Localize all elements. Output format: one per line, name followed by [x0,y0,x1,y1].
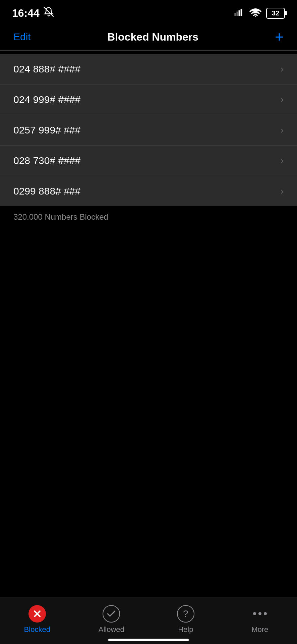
status-right-icons: 32 [234,8,285,19]
chevron-right-icon: › [281,155,284,166]
dot-3 [264,612,267,615]
tab-blocked-label: Blocked [24,625,50,634]
blocked-tab-icon [28,605,46,623]
tab-allowed[interactable]: Allowed [74,597,149,636]
wifi-icon [249,8,261,18]
tab-more-label: More [251,625,268,634]
tab-blocked[interactable]: Blocked [0,597,74,636]
allowed-tab-icon [103,605,120,623]
chevron-right-icon: › [281,186,284,197]
tab-allowed-label: Allowed [99,625,124,634]
svg-rect-2 [236,12,238,16]
dot-1 [253,612,256,615]
phone-number: 028 730# #### [13,155,80,166]
help-tab-icon: ? [177,605,194,623]
signal-icon [234,9,245,17]
battery-indicator: 32 [266,8,285,19]
more-tab-icon [251,605,269,623]
svg-point-5 [255,16,256,17]
help-circle-icon: ? [177,605,194,623]
svg-rect-3 [239,10,240,16]
phone-number: 024 999# #### [13,94,80,105]
svg-rect-1 [234,13,236,16]
status-time-group: 16:44 [12,7,54,19]
page-title: Blocked Numbers [107,31,198,43]
blocked-numbers-list: 024 888# #### › 024 999# #### › 0257 999… [0,54,297,206]
svg-line-0 [44,7,53,16]
phone-number: 0257 999# ### [13,124,80,136]
list-item[interactable]: 028 730# #### › [0,146,297,176]
list-item[interactable]: 0257 999# ### › [0,115,297,146]
chevron-right-icon: › [281,125,284,136]
chevron-right-icon: › [281,94,284,105]
status-bar: 16:44 32 [0,0,297,23]
tab-help-label: Help [178,625,193,634]
list-item[interactable]: 024 888# #### › [0,54,297,85]
nav-bar: Edit Blocked Numbers + [0,23,297,50]
add-button[interactable]: + [275,30,284,44]
tab-more[interactable]: More [223,597,297,636]
more-dots-icon [253,612,267,615]
allowed-circle-icon [103,605,120,623]
stats-text: 320.000 Numbers Blocked [0,206,297,228]
svg-rect-4 [241,9,242,16]
nav-divider [0,50,297,51]
phone-number: 0299 888# ### [13,185,80,197]
phone-number: 024 888# #### [13,63,80,75]
dot-2 [258,612,261,615]
list-item[interactable]: 0299 888# ### › [0,176,297,206]
tab-bar: Blocked Allowed ? Help [0,597,297,644]
tab-help[interactable]: ? Help [148,597,223,636]
bell-muted-icon [44,7,54,19]
blocked-circle-icon [28,605,46,623]
chevron-right-icon: › [281,64,284,74]
home-indicator [108,639,189,641]
clock-time: 16:44 [12,7,40,19]
edit-button[interactable]: Edit [13,31,31,43]
list-item[interactable]: 024 999# #### › [0,85,297,115]
